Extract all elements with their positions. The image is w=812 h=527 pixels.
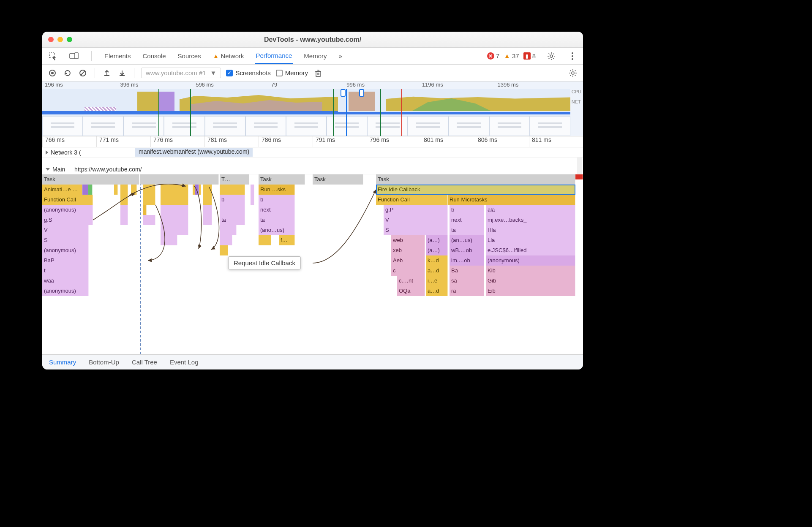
upload-profile-button[interactable]: [102, 68, 112, 78]
collect-garbage-button[interactable]: [313, 68, 323, 78]
devtools-tabs: Elements Console Sources ▲Network Perfor…: [42, 48, 583, 65]
cpu-lane: [42, 89, 570, 111]
chevron-down-icon: ▼: [210, 69, 217, 76]
memory-checkbox[interactable]: Memory: [276, 69, 308, 76]
screenshot-thumbnails: [42, 116, 570, 136]
range-handle-left[interactable]: [341, 89, 346, 97]
overview-ticks: 196 ms396 ms596 ms79996 ms1196 ms1396 ms: [42, 81, 570, 89]
details-tabs: Summary Bottom-Up Call Tree Event Log: [42, 354, 583, 369]
range-handle-right[interactable]: [359, 89, 364, 97]
minimize-window-button[interactable]: [57, 37, 63, 42]
tab-elements[interactable]: Elements: [104, 48, 132, 64]
checkbox-checked-icon: ✓: [226, 70, 233, 76]
download-profile-button[interactable]: [117, 68, 127, 78]
checkbox-empty-icon: [276, 70, 283, 76]
svg-line-10: [81, 71, 85, 75]
devtools-window: DevTools - www.youtube.com/ Elements Con…: [42, 32, 583, 369]
timeline-overview[interactable]: 196 ms396 ms596 ms79996 ms1196 ms1396 ms…: [42, 81, 583, 136]
tab-performance[interactable]: Performance: [255, 48, 293, 64]
zoom-window-button[interactable]: [67, 37, 72, 42]
network-entry[interactable]: manifest.webmanifest (www.youtube.com): [135, 148, 253, 157]
capture-settings-icon[interactable]: [568, 68, 578, 78]
expand-icon: [46, 150, 48, 155]
flame-tooltip: Request Idle Callback: [228, 256, 301, 269]
details-tab-summary[interactable]: Summary: [49, 359, 76, 366]
device-toggle-icon[interactable]: [68, 51, 79, 62]
flame-selected[interactable]: Fire Idle Callback: [376, 185, 575, 195]
svg-point-8: [51, 72, 54, 74]
tabs-overflow[interactable]: »: [338, 48, 343, 64]
network-track-header[interactable]: Network 3 ( manifest.webmanifest (www.yo…: [42, 147, 583, 158]
flame-task[interactable]: Task: [42, 174, 139, 185]
recording-label: www.youtube.com #1: [146, 69, 206, 76]
svg-point-3: [550, 55, 553, 57]
window-title: DevTools - www.youtube.com/: [42, 36, 583, 43]
flame-event[interactable]: Animati…e Fired: [42, 185, 82, 195]
close-window-button[interactable]: [48, 37, 54, 42]
reload-record-button[interactable]: [63, 68, 73, 78]
detail-ruler: 766 ms771 ms776 ms781 ms786 ms791 ms796 …: [42, 136, 583, 147]
settings-icon[interactable]: [546, 51, 557, 62]
tab-memory[interactable]: Memory: [303, 48, 327, 64]
flame-chart[interactable]: Task Animati…e Fired Function Call (anon…: [42, 174, 583, 354]
screenshots-checkbox[interactable]: ✓ Screenshots: [226, 69, 270, 76]
svg-rect-2: [75, 53, 78, 59]
status-counters: ✕7 ▲37 ▮8: [487, 52, 536, 60]
record-button[interactable]: [47, 68, 57, 78]
main-track-header[interactable]: Main — https://www.youtube.com/: [42, 164, 583, 174]
window-controls: [48, 37, 72, 42]
warning-icon: ▲: [213, 52, 219, 60]
issues-count[interactable]: ▮8: [523, 52, 536, 60]
svg-point-4: [572, 52, 573, 54]
warning-count[interactable]: ▲37: [504, 52, 519, 60]
details-tab-eventlog[interactable]: Event Log: [170, 359, 199, 366]
warning-icon: ▲: [504, 52, 510, 60]
clear-button[interactable]: [78, 68, 88, 78]
tab-sources[interactable]: Sources: [177, 48, 202, 64]
error-count[interactable]: ✕7: [487, 52, 499, 60]
details-tab-calltree[interactable]: Call Tree: [132, 359, 157, 366]
recording-selector[interactable]: www.youtube.com #1 ▼: [141, 68, 221, 78]
net-lane: [42, 111, 570, 115]
tracks-area: Network 3 ( manifest.webmanifest (www.yo…: [42, 147, 583, 174]
svg-point-12: [572, 72, 574, 74]
performance-toolbar: www.youtube.com #1 ▼ ✓ Screenshots Memor…: [42, 65, 583, 81]
svg-point-5: [572, 55, 573, 57]
collapse-icon: [46, 168, 50, 171]
tab-network[interactable]: ▲Network: [212, 48, 245, 64]
inspect-element-icon[interactable]: [47, 51, 58, 62]
titlebar: DevTools - www.youtube.com/: [42, 32, 583, 48]
details-tab-bottomup[interactable]: Bottom-Up: [89, 359, 119, 366]
more-icon[interactable]: [567, 51, 578, 62]
svg-point-6: [572, 58, 573, 60]
tab-console[interactable]: Console: [142, 48, 167, 64]
overview-lane-labels: CPUNET: [572, 89, 581, 104]
